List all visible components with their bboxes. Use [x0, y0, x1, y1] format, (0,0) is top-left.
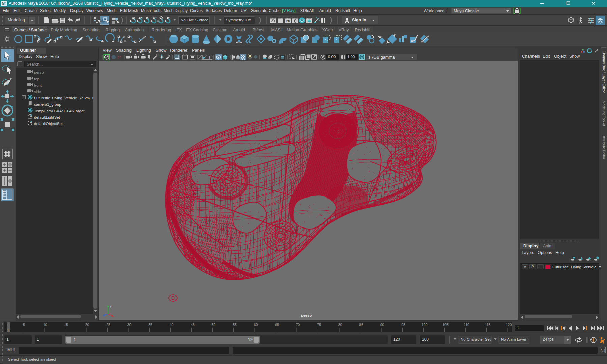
svg-text:80: 80: [338, 323, 342, 327]
svg-text:45: 45: [191, 323, 195, 327]
svg-text:85: 85: [359, 323, 363, 327]
svg-text:ON: ON: [360, 56, 364, 58]
svg-text:65: 65: [275, 323, 279, 327]
svg-text:T: T: [208, 55, 211, 59]
svg-text:115: 115: [485, 323, 491, 327]
svg-text:110: 110: [464, 323, 469, 327]
svg-text:25: 25: [106, 323, 110, 327]
svg-text:M: M: [2, 1, 6, 6]
svg-text:10: 10: [43, 323, 47, 327]
svg-text:95: 95: [401, 323, 405, 327]
svg-text:120: 120: [506, 323, 512, 327]
svg-text:70: 70: [296, 323, 300, 327]
svg-text:100: 100: [422, 323, 428, 327]
svg-text:IPR: IPR: [286, 20, 290, 23]
svg-text:20: 20: [85, 323, 89, 327]
svg-text:{;}: {;}: [600, 349, 605, 353]
svg-text:55: 55: [233, 323, 237, 327]
svg-text:105: 105: [442, 323, 449, 327]
svg-text:35: 35: [148, 323, 152, 327]
svg-text:40: 40: [170, 323, 174, 327]
svg-text:75: 75: [317, 323, 321, 327]
svg-text:5: 5: [23, 323, 25, 327]
svg-text:30: 30: [127, 323, 132, 327]
svg-text:50: 50: [212, 323, 216, 327]
svg-text:15: 15: [64, 323, 68, 327]
svg-text:60: 60: [254, 323, 258, 327]
svg-text:90: 90: [380, 323, 384, 327]
